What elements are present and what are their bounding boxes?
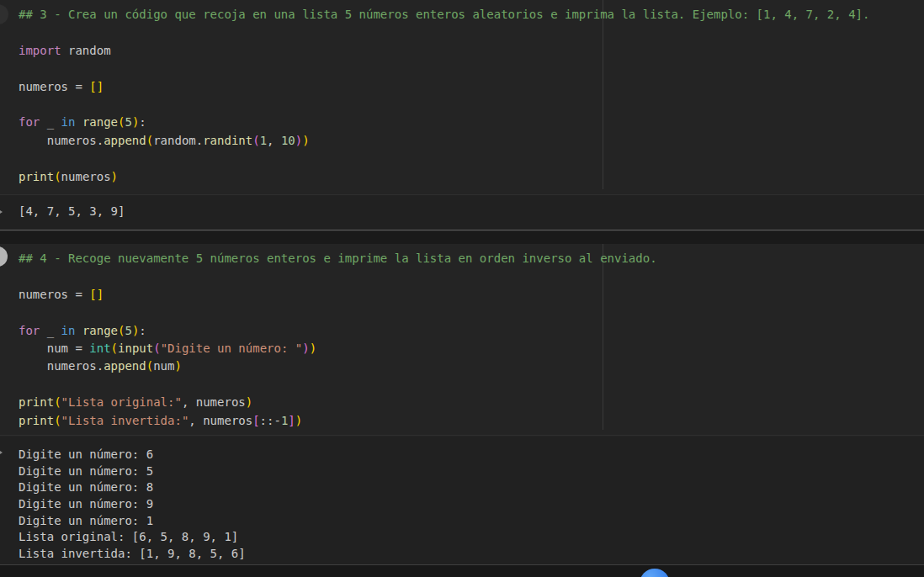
- code-token-b2: ): [302, 341, 309, 355]
- cell-4-output: Digite un número: 6Digite un número: 5Di…: [0, 437, 924, 564]
- code-line: [19, 60, 924, 77]
- code-token-b1: ): [174, 359, 181, 373]
- code-token-b2: (: [252, 134, 259, 147]
- code-token-str: "Lista invertida:": [61, 414, 189, 427]
- code-token-pl: :: [139, 115, 146, 129]
- code-token-pl: ,: [267, 134, 281, 147]
- code-line: import random: [19, 42, 924, 60]
- code-token-b1: ): [295, 414, 302, 427]
- code-token-pl: numeros: [61, 170, 111, 183]
- code-token-b2: (: [153, 341, 160, 355]
- code-line: ## 3 - Crea un código que recoja en una …: [19, 6, 924, 24]
- code-token-b1: (: [54, 395, 61, 409]
- code-line: ## 4 - Recoge nuevamente 5 números enter…: [19, 250, 924, 267]
- code-cell-4[interactable]: ## 4 - Recoge nuevamente 5 números enter…: [0, 244, 924, 436]
- code-token-fn: print: [19, 170, 54, 183]
- code-token-pl: numeros =: [19, 80, 89, 93]
- code-token-fn: randint: [203, 134, 252, 147]
- code-token-b1: []: [89, 80, 104, 93]
- code-token-pl: num: [153, 359, 174, 373]
- code-token-pl: ::-: [260, 414, 281, 427]
- code-token-kwb: in: [61, 324, 76, 337]
- code-token-pl: [75, 115, 82, 129]
- code-line: print("Lista invertida:", numeros[::-1]): [19, 412, 924, 430]
- code-token-b1: (: [146, 359, 153, 373]
- output-line: Digite un número: 9: [19, 496, 924, 513]
- output-text-block: Digite un número: 6Digite un número: 5Di…: [0, 437, 924, 563]
- code-line: [19, 96, 924, 114]
- code-token-str: "Lista original:": [61, 395, 182, 409]
- code-token-b1: (: [111, 341, 118, 355]
- output-collapse-icon[interactable]: [0, 209, 3, 215]
- code-token-num: 10: [281, 134, 295, 147]
- code-line: numeros = []: [19, 78, 924, 96]
- code-token-pl: :: [139, 324, 146, 337]
- code-token-b1: (: [146, 134, 153, 147]
- code-token-pl: num =: [19, 341, 89, 355]
- code-token-fn: append: [104, 134, 146, 147]
- code-line: print("Lista original:", numeros): [19, 394, 924, 411]
- code-token-pl: numeros =: [19, 288, 89, 301]
- code-token-b2: ): [295, 134, 302, 147]
- code-token-pl: random.: [153, 134, 203, 147]
- code-token-pl: , numeros: [182, 395, 246, 409]
- code-token-num: 5: [125, 324, 131, 337]
- bottom-edge-bar: [0, 564, 924, 577]
- code-token-num: 1: [260, 134, 267, 147]
- code-token-b1: []: [89, 288, 104, 301]
- code-token-fn: range: [82, 324, 118, 337]
- code-editor-content: ## 3 - Crea un código que recoja en una …: [0, 0, 924, 186]
- code-token-b1: ): [302, 134, 309, 147]
- output-collapse-icon[interactable]: [0, 449, 3, 456]
- code-token-fn: append: [104, 359, 146, 373]
- code-line: [19, 376, 924, 394]
- code-line: num = int(input("Digite un número: ")): [19, 340, 924, 357]
- code-token-cm: ## 3 - Crea un código que recoja en una …: [19, 8, 869, 21]
- code-token-kwb: in: [61, 115, 76, 129]
- code-token-b1: (: [54, 414, 61, 427]
- output-line: Digite un número: 1: [19, 513, 924, 530]
- code-line: numeros = []: [19, 286, 924, 304]
- code-token-cm: ## 4 - Recoge nuevamente 5 números enter…: [19, 251, 657, 265]
- code-token-pl: _: [40, 324, 61, 337]
- code-token-kw: for: [19, 324, 40, 337]
- code-token-str: "Digite un número: ": [161, 341, 303, 355]
- code-token-kw: import: [19, 44, 61, 57]
- code-token-b2: [: [252, 414, 259, 427]
- output-line: Digite un número: 8: [19, 479, 924, 496]
- code-token-b1: (: [54, 170, 61, 183]
- output-line: Lista invertida: [1, 9, 8, 5, 6]: [19, 546, 924, 563]
- output-line: [4, 7, 5, 3, 9]: [19, 204, 924, 220]
- output-line: Lista original: [6, 5, 8, 9, 1]: [19, 529, 924, 546]
- output-line: Digite un número: 5: [19, 463, 924, 480]
- code-token-type: int: [89, 341, 110, 355]
- code-line: numeros.append(num): [19, 357, 924, 375]
- code-token-pl: numeros.: [19, 359, 104, 373]
- code-line: [19, 150, 924, 167]
- code-token-fn: print: [19, 414, 54, 427]
- output-text-block: [4, 7, 5, 3, 9]: [0, 195, 924, 220]
- code-line: [19, 24, 924, 41]
- code-token-pl: numeros.: [19, 134, 104, 147]
- code-token-pl: random: [61, 44, 111, 57]
- cell-separator: [0, 231, 924, 244]
- code-token-kw: for: [19, 115, 40, 129]
- code-line: for _ in range(5):: [19, 114, 924, 131]
- code-token-fn: input: [118, 341, 153, 355]
- code-token-pl: _: [40, 115, 61, 129]
- code-token-fn: print: [19, 395, 54, 409]
- code-editor-content: ## 4 - Recoge nuevamente 5 números enter…: [0, 244, 924, 430]
- code-token-b2: ]: [288, 414, 295, 427]
- code-token-num: 5: [125, 115, 131, 129]
- cell-3-output: [4, 7, 5, 3, 9]: [0, 195, 924, 230]
- notebook-editor: ## 3 - Crea un código que recoja en una …: [0, 0, 924, 577]
- code-line: numeros.append(random.randint(1, 10)): [19, 132, 924, 150]
- code-token-b1: ): [111, 170, 118, 183]
- code-cell-3[interactable]: ## 3 - Crea un código que recoja en una …: [0, 0, 924, 195]
- code-token-b1: ): [310, 341, 316, 355]
- code-line: [19, 304, 924, 321]
- code-line: print(numeros): [19, 168, 924, 186]
- code-token-pl: [75, 324, 82, 337]
- code-line: for _ in range(5):: [19, 322, 924, 340]
- code-token-b1: ): [246, 395, 252, 409]
